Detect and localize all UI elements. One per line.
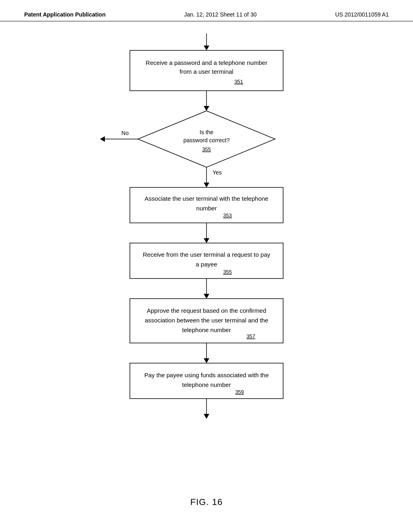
- yes-label: Yes: [213, 169, 222, 176]
- no-label: No: [121, 130, 129, 136]
- box5-ref: 359: [235, 389, 244, 395]
- svg-marker-17: [204, 358, 209, 363]
- box3-line1: Receive from the user terminal a request…: [143, 251, 270, 258]
- svg-marker-11: [204, 238, 209, 243]
- box4-line3: telephone number: [182, 326, 231, 333]
- diamond-ref: 355: [202, 146, 211, 152]
- diamond-line1: Is the: [200, 129, 213, 135]
- flowchart-svg: Receive a password and a telephone numbe…: [65, 33, 348, 477]
- box4-line1: Approve the request based on the confirm…: [147, 307, 266, 314]
- flowchart-container: Receive a password and a telephone numbe…: [0, 21, 413, 477]
- box5-line2: telephone number: [182, 381, 231, 388]
- svg-marker-20: [204, 414, 209, 419]
- svg-marker-8: [204, 183, 209, 187]
- box2-ref: 353: [223, 212, 232, 218]
- patent-number-label: US 2012/0011059 A1: [335, 11, 389, 18]
- box1-line2: from a user terminal: [179, 68, 233, 75]
- box1-ref: 351: [234, 79, 243, 85]
- publication-label: Patent Application Publication: [24, 11, 106, 18]
- svg-marker-6: [100, 136, 105, 142]
- box4-line2: association between the user terminal an…: [145, 317, 268, 324]
- figure-caption: FIG. 16: [0, 497, 413, 507]
- box3-line2: a payee: [196, 261, 217, 268]
- box2-line1: Associate the user terminal with the tel…: [145, 195, 269, 202]
- box3-ref: 355: [223, 269, 232, 275]
- box5-line1: Pay the payee using funds associated wit…: [144, 372, 269, 378]
- header: Patent Application Publication Jan. 12, …: [0, 0, 413, 21]
- svg-marker-4: [204, 106, 209, 111]
- box1-line1: Receive a password and a telephone numbe…: [146, 59, 267, 66]
- diamond-line2: password correct?: [184, 137, 230, 143]
- box4-ref: 357: [246, 333, 255, 339]
- page: Patent Application Publication Jan. 12, …: [0, 0, 413, 532]
- svg-rect-18: [130, 363, 283, 399]
- svg-marker-1: [204, 46, 209, 50]
- svg-marker-14: [204, 294, 209, 299]
- box2-line2: number: [196, 205, 217, 212]
- date-sheet-label: Jan. 12, 2012 Sheet 11 of 30: [184, 11, 257, 18]
